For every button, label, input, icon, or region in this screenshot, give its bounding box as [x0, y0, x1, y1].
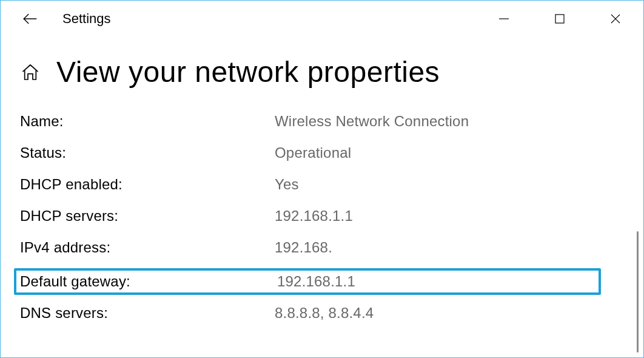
home-icon-svg	[21, 62, 40, 82]
app-title: Settings	[62, 11, 111, 27]
property-label: Name:	[20, 113, 275, 130]
title-bar: Settings	[1, 1, 643, 37]
property-row-default-gateway-highlighted: Default gateway: 192.168.1.1	[14, 268, 601, 295]
property-row-dns: DNS servers: 8.8.8.8, 8.8.4.4	[20, 302, 601, 324]
property-value: 192.168.1.1	[275, 208, 353, 225]
property-label: DHCP servers:	[20, 208, 275, 225]
property-row-dhcp-enabled: DHCP enabled: Yes	[20, 174, 601, 195]
back-arrow-icon	[22, 11, 38, 27]
property-row-name: Name: Wireless Network Connection	[20, 110, 601, 132]
home-icon[interactable]	[20, 62, 41, 83]
property-value: 192.168.1.1	[277, 273, 355, 290]
property-value: 192.168.	[275, 239, 332, 256]
property-value: Operational	[275, 144, 351, 161]
maximize-button[interactable]	[532, 1, 588, 37]
property-value: Yes	[275, 176, 299, 193]
vertical-scrollbar[interactable]	[637, 231, 639, 353]
properties-list: Name: Wireless Network Connection Status…	[1, 89, 601, 324]
page-title: View your network properties	[56, 55, 440, 89]
svg-rect-2	[555, 15, 564, 23]
property-label: Default gateway:	[20, 273, 277, 290]
property-value: Wireless Network Connection	[275, 113, 469, 130]
property-row-status: Status: Operational	[20, 142, 601, 164]
close-icon	[610, 13, 621, 24]
close-button[interactable]	[588, 1, 643, 37]
property-label: IPv4 address:	[20, 239, 275, 256]
property-label: Status:	[20, 144, 275, 161]
property-label: DHCP enabled:	[20, 176, 275, 193]
property-row-dhcp-servers: DHCP servers: 192.168.1.1	[20, 205, 601, 227]
maximize-icon	[554, 13, 565, 24]
back-button[interactable]	[15, 4, 44, 33]
minimize-icon	[498, 13, 509, 24]
minimize-button[interactable]	[476, 1, 532, 37]
property-row-ipv4: IPv4 address: 192.168.	[20, 237, 601, 258]
page-heading-row: View your network properties	[1, 37, 643, 89]
property-label: DNS servers:	[20, 305, 275, 322]
window-controls	[476, 1, 643, 37]
property-value: 8.8.8.8, 8.8.4.4	[275, 305, 374, 322]
